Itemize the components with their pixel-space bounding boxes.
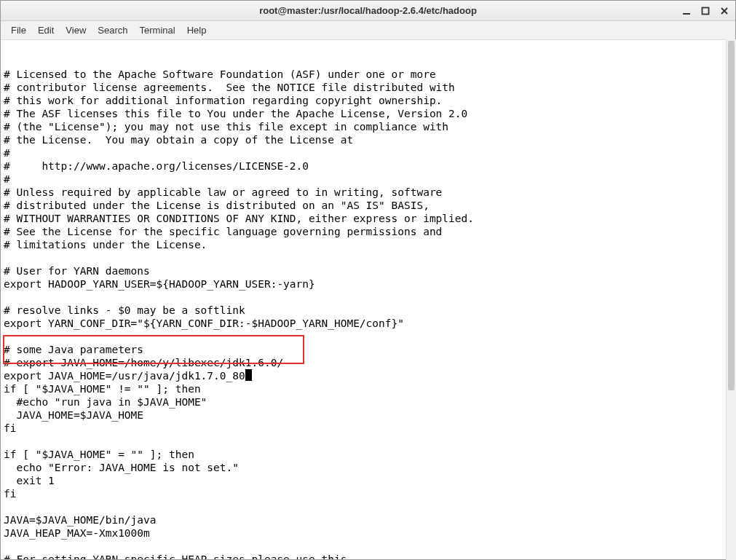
terminal-line: echo "Error: JAVA_HOME is not set." xyxy=(4,461,732,474)
terminal-line: # distributed under the License is distr… xyxy=(4,199,732,212)
terminal-line: export HADOOP_YARN_USER=${HADOOP_YARN_US… xyxy=(4,277,732,291)
minimize-button[interactable] xyxy=(681,6,692,16)
terminal-line: # For setting YARN specific HEAP sizes p… xyxy=(4,553,732,559)
terminal-line xyxy=(4,291,732,304)
menu-edit[interactable]: Edit xyxy=(32,23,60,38)
terminal-line: # export JAVA_HOME=/home/y/libexec/jdk1.… xyxy=(4,356,732,369)
terminal-line: #echo "run java in $JAVA_HOME" xyxy=(4,395,732,409)
terminal-line: # xyxy=(4,146,732,159)
window-titlebar: root@master:/usr/local/hadoop-2.6.4/etc/… xyxy=(1,1,735,21)
terminal-line: fi xyxy=(4,487,732,500)
terminal-line xyxy=(4,500,732,513)
close-button[interactable] xyxy=(719,6,729,16)
terminal-line: # some Java parameters xyxy=(4,343,732,356)
terminal-line: # Unless required by applicable law or a… xyxy=(4,186,732,199)
terminal-line: # http://www.apache.org/licenses/LICENSE… xyxy=(4,159,732,173)
terminal-line: # limitations under the License. xyxy=(4,238,732,251)
terminal-line: # this work for additional information r… xyxy=(4,94,732,107)
terminal-line xyxy=(4,330,732,343)
terminal-line: # contributor license agreements. See th… xyxy=(4,81,732,94)
terminal-line: if [ "$JAVA_HOME" != "" ]; then xyxy=(4,382,732,395)
menubar: File Edit View Search Terminal Help xyxy=(1,21,735,40)
terminal-line xyxy=(4,251,732,264)
terminal-line: export YARN_CONF_DIR="${YARN_CONF_DIR:-$… xyxy=(4,317,732,330)
terminal-line xyxy=(4,540,732,553)
terminal-line: # The ASF licenses this file to You unde… xyxy=(4,107,732,120)
terminal-line: # User for YARN daemons xyxy=(4,264,732,277)
terminal-line xyxy=(4,435,732,448)
terminal-line: JAVA=$JAVA_HOME/bin/java xyxy=(4,513,732,527)
terminal-line: # xyxy=(4,173,732,186)
terminal-line: fi xyxy=(4,422,732,435)
menu-file[interactable]: File xyxy=(5,23,32,38)
menu-help[interactable]: Help xyxy=(181,23,213,38)
terminal-line: # resolve links - $0 may be a softlink xyxy=(4,304,732,317)
terminal-content[interactable]: # Licensed to the Apache Software Founda… xyxy=(1,40,735,559)
window-controls xyxy=(681,6,729,16)
terminal-line: # See the License for the specific langu… xyxy=(4,225,732,238)
scrollbar-thumb[interactable] xyxy=(728,41,735,390)
maximize-button[interactable] xyxy=(700,6,711,16)
terminal-line: # WITHOUT WARRANTIES OR CONDITIONS OF AN… xyxy=(4,212,732,225)
terminal-line: exit 1 xyxy=(4,474,732,487)
menu-search[interactable]: Search xyxy=(92,23,133,38)
terminal-line: # Licensed to the Apache Software Founda… xyxy=(4,68,732,81)
terminal-line: JAVA_HEAP_MAX=-Xmx1000m xyxy=(4,527,732,540)
svg-rect-1 xyxy=(703,7,709,14)
terminal-line: # the License. You may obtain a copy of … xyxy=(4,133,732,146)
cursor xyxy=(245,369,252,381)
window-title: root@master:/usr/local/hadoop-2.6.4/etc/… xyxy=(259,5,477,16)
terminal-line: # (the "License"); you may not use this … xyxy=(4,120,732,133)
menu-view[interactable]: View xyxy=(60,23,92,38)
menu-terminal[interactable]: Terminal xyxy=(134,23,181,38)
terminal-line: if [ "$JAVA_HOME" = "" ]; then xyxy=(4,448,732,461)
terminal-line: JAVA_HOME=$JAVA_HOME xyxy=(4,409,732,422)
scrollbar[interactable] xyxy=(726,39,736,560)
terminal-line: export JAVA_HOME=/usr/java/jdk1.7.0_80 xyxy=(4,369,732,382)
